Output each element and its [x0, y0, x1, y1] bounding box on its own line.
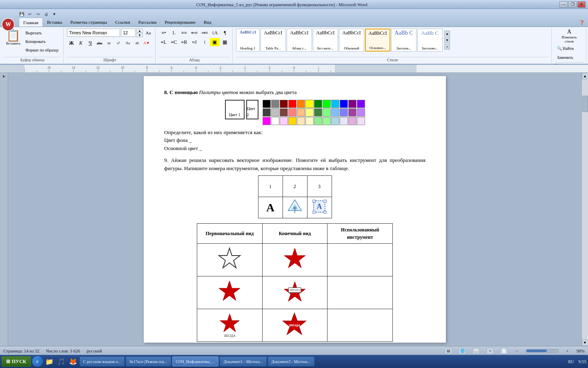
- style-abzac[interactable]: AaBbCcI Абзац с...: [287, 29, 312, 52]
- color-cell-cyan[interactable]: [331, 100, 339, 108]
- font-name-input[interactable]: [67, 29, 120, 37]
- color-cell-2-5[interactable]: [297, 108, 305, 117]
- justify-button[interactable]: ≡J: [189, 38, 199, 46]
- quick-dropdown-button[interactable]: ▼: [51, 11, 58, 17]
- minimize-button[interactable]: —: [559, 1, 568, 8]
- taskbar-ie-icon[interactable]: e: [32, 356, 43, 367]
- cut-button[interactable]: Вырезать: [23, 29, 61, 37]
- restore-button[interactable]: ❐: [568, 1, 577, 8]
- color-cell-gray[interactable]: [271, 100, 279, 108]
- color-cell-purple[interactable]: [348, 100, 356, 108]
- view-web-button[interactable]: 🌐: [459, 348, 466, 354]
- sort-button[interactable]: ↕A: [210, 29, 220, 37]
- color-cell-3-6[interactable]: [305, 117, 314, 125]
- superscript-button[interactable]: x²: [114, 39, 123, 47]
- decrease-indent-button[interactable]: ⇐≡: [189, 29, 199, 37]
- color-cell-3-3[interactable]: [280, 117, 288, 125]
- bullets-button[interactable]: ≡•: [159, 29, 169, 37]
- find-button[interactable]: 🔍 Найти: [555, 44, 576, 52]
- style-normal[interactable]: AaBbCcI Обычный: [339, 29, 364, 52]
- color-cell-3-5[interactable]: [297, 117, 305, 125]
- color-cell-2-4[interactable]: [288, 108, 296, 117]
- row1-tool[interactable]: [327, 244, 393, 276]
- quick-redo-button[interactable]: ↪: [34, 11, 42, 17]
- taskbar-lang-indicator[interactable]: RU: [568, 359, 574, 364]
- align-center-button[interactable]: ≡C: [169, 38, 179, 46]
- color-cell-violet[interactable]: [357, 100, 365, 108]
- strikethrough-button[interactable]: аbc: [95, 39, 104, 47]
- style-bez-inte[interactable]: AaBbCcI Без инте...: [313, 29, 338, 52]
- color-cell-2-9[interactable]: [331, 108, 339, 117]
- color-cell-2-6[interactable]: [305, 108, 314, 117]
- format-painter-button[interactable]: Формат по образцу: [23, 46, 61, 54]
- color-cell-2-8[interactable]: [323, 108, 331, 117]
- document-scroll-area[interactable]: 8. С помощью Палитры цветов можно выбрат…: [8, 73, 581, 346]
- color-box-1[interactable]: Цвет 1: [225, 100, 245, 119]
- office-button[interactable]: W: [2, 18, 15, 31]
- style-heading-title[interactable]: AaBb С Заголов...: [391, 29, 416, 52]
- taskbar-item-5[interactable]: Документ2 - Microso...: [268, 357, 314, 366]
- color-cell-black[interactable]: [263, 100, 271, 108]
- replace-button[interactable]: Заменить: [555, 53, 575, 61]
- tab-home[interactable]: Главная: [19, 18, 43, 27]
- font-size-input[interactable]: [121, 29, 136, 37]
- style-heading2[interactable]: AaBb С Заголово...: [417, 29, 443, 52]
- numbering-button[interactable]: 1.: [169, 29, 179, 37]
- taskbar-item-2[interactable]: №17ксп [Режим огр...: [126, 357, 171, 366]
- underline-button[interactable]: Ч: [86, 39, 95, 47]
- view-outline-button[interactable]: ≡: [486, 348, 494, 354]
- color-cell-3-9[interactable]: [331, 117, 339, 125]
- increase-indent-button[interactable]: ⇒≡: [200, 29, 209, 37]
- language-indicator[interactable]: русский: [87, 348, 102, 353]
- taskbar-item-3[interactable]: СОЧ_Информатика_...: [172, 357, 219, 366]
- align-left-button[interactable]: ≡L: [159, 38, 169, 46]
- tab-mailings[interactable]: Рассылки: [134, 18, 161, 27]
- close-button[interactable]: ✕: [577, 1, 586, 8]
- row2-tool[interactable]: [327, 276, 393, 309]
- font-size-up-button[interactable]: ▲: [136, 29, 143, 33]
- quick-save-button[interactable]: 💾: [18, 11, 25, 17]
- show-marks-button[interactable]: ¶: [220, 29, 230, 37]
- color-cell-2-1[interactable]: [263, 108, 271, 117]
- scroll-thumb[interactable]: [582, 96, 588, 112]
- italic-button[interactable]: К: [76, 39, 85, 47]
- color-cell-yellow[interactable]: [305, 100, 314, 108]
- tab-page-layout[interactable]: Разметка страницы: [66, 18, 111, 27]
- view-normal-button[interactable]: ▤: [445, 348, 452, 354]
- taskbar-media-icon[interactable]: 🎵: [56, 356, 67, 367]
- color-cell-red[interactable]: [288, 100, 296, 108]
- styles-scroll-up[interactable]: ▲ ▼ ≡: [444, 31, 450, 49]
- align-right-button[interactable]: ≡R: [179, 38, 189, 46]
- color-cell-3-11[interactable]: [348, 117, 356, 125]
- zoom-out-button[interactable]: −: [514, 348, 519, 353]
- color-cell-2-12[interactable]: [357, 108, 365, 117]
- font-size-down-button[interactable]: ▼: [136, 33, 143, 37]
- color-cell-2-2[interactable]: [271, 108, 279, 117]
- tab-review[interactable]: Рецензирование: [161, 18, 200, 27]
- taskbar-item-4[interactable]: Документ1 - Microso...: [220, 357, 266, 366]
- clear-format-button[interactable]: Aa: [144, 29, 153, 37]
- tab-references[interactable]: Ссылки: [111, 18, 134, 27]
- row3-tool[interactable]: [327, 309, 393, 342]
- vertical-scrollbar[interactable]: ▲ ▼: [581, 73, 588, 346]
- color-box-2[interactable]: Цвет 2: [246, 100, 258, 119]
- highlight-button[interactable]: ab: [133, 39, 142, 47]
- taskbar-item-1[interactable]: С русским языком о...: [80, 357, 125, 366]
- style-basic[interactable]: AaBbCcI Основно...: [365, 29, 390, 52]
- taskbar-browser-icon[interactable]: 🦊: [68, 356, 78, 367]
- color-cell-3-8[interactable]: [323, 117, 331, 125]
- color-cell-3-4[interactable]: [288, 117, 296, 125]
- color-cell-3-2[interactable]: [271, 117, 279, 125]
- style-heading1[interactable]: AaBbCcI Heading 1: [236, 29, 260, 52]
- color-cell-maroon[interactable]: [280, 100, 288, 108]
- multilevel-list-button[interactable]: ≡≡: [179, 29, 189, 37]
- tab-view[interactable]: Вид: [200, 18, 216, 27]
- scroll-down-button[interactable]: ▼: [582, 339, 588, 346]
- zoom-in-button[interactable]: +: [565, 348, 570, 353]
- taskbar-folder-icon[interactable]: 📁: [44, 356, 55, 367]
- color-cell-2-7[interactable]: [314, 108, 322, 117]
- border-button[interactable]: ▦: [220, 38, 230, 46]
- paste-button[interactable]: 📋 Вставить: [4, 29, 22, 47]
- color-cell-3-10[interactable]: [340, 117, 348, 125]
- styles-more-button[interactable]: ≡: [444, 44, 450, 49]
